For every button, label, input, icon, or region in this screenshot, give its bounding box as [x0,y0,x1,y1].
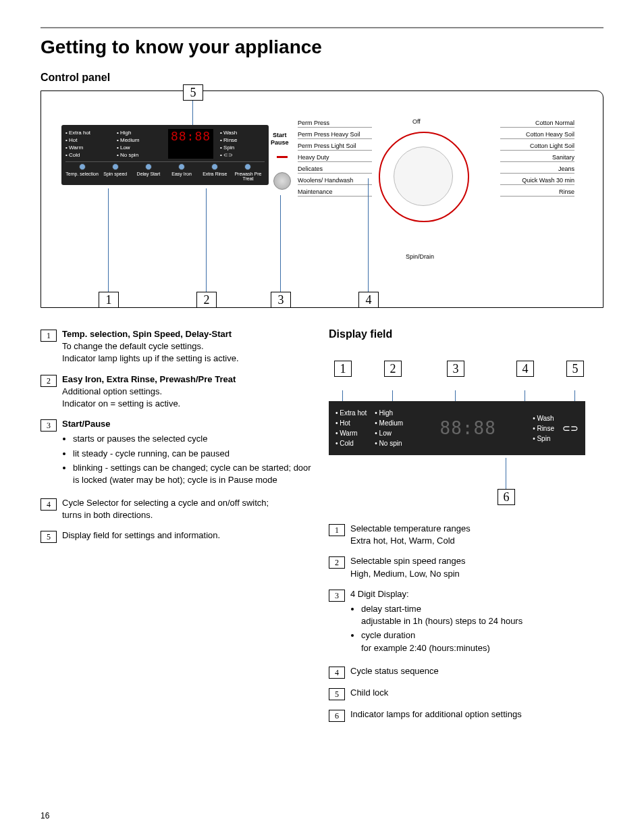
callout-3: 3 [271,292,291,308]
callout-2: 2 [196,292,217,308]
start-pause-button [273,172,291,190]
top-rule [41,27,603,28]
page-title: Getting to know your appliance [41,36,603,58]
section-display-field: Display field [329,328,603,340]
callout-4: 4 [358,292,379,308]
lock-icon: ⊂⊃ [220,151,265,159]
option-buttons: Temp. selection Spin speed Delay Start E… [65,161,265,181]
df-module: Extra hot Hot Warm Cold High Medium Low … [329,401,585,455]
dial-left-labels: Perm Press Perm Press Heavy Soil Perm Pr… [298,118,372,199]
spin-col: High Medium Low No spin [117,129,161,159]
callout-1: 1 [99,292,119,308]
temp-col: Extra hot Hot Warm Cold [65,129,110,159]
df-callout-5: 5 [566,361,584,377]
display-field-diagram: 1 2 3 4 5 Extra hot Hot Warm Cold [329,347,603,509]
digit-display: 88:88 [168,129,213,159]
callout-5: 5 [183,84,203,101]
section-control-panel: Control panel [41,72,603,84]
df-callout-1: 1 [334,361,352,377]
dial-knob [394,147,453,206]
df-digit-display: 88:88 [411,418,525,438]
df-lock-icon: ⊂⊃ [562,423,579,434]
control-panel-diagram: Extra hot Hot Warm Cold High Medium Low … [41,90,603,308]
df-callout-4: 4 [516,361,534,377]
df-temp-col: Extra hot Hot Warm Cold [336,408,367,448]
start-pause-indicator [277,156,288,158]
dial-off-label: Off [412,118,421,125]
phase-col: Wash Rinse Spin ⊂⊃ [220,129,265,159]
display-module: Extra hot Hot Warm Cold High Medium Low … [61,125,269,185]
start-pause-label: StartPause [271,132,289,147]
df-spin-col: High Medium Low No spin [375,408,403,448]
dial-right-labels: Cotton Normal Cotton Heavy Soil Cotton L… [500,118,574,199]
df-phase-col: Wash Rinse Spin [533,413,554,444]
df-callout-3: 3 [447,361,464,377]
left-definitions: 1 Temp. selection, Spin Speed, Delay-Sta… [41,328,315,730]
df-callout-6: 6 [498,489,515,505]
right-column: Display field 1 2 3 4 5 Extra hot Hot [329,328,603,730]
dial-spin-drain-label: Spin/Drain [406,253,434,260]
df-callout-2: 2 [384,361,402,377]
